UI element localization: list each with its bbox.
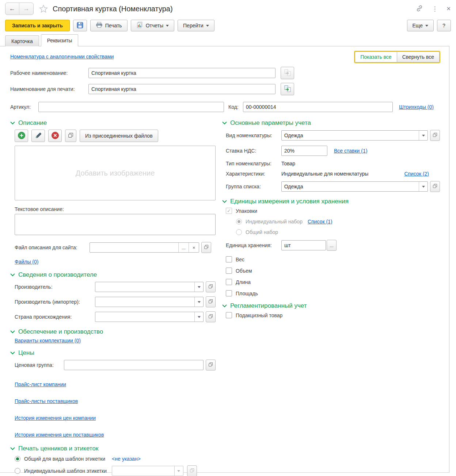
label-template-not-set-link[interactable]: <не указан> <box>112 456 141 462</box>
dropdown-arrow-icon[interactable] <box>419 131 428 140</box>
copy-image-button[interactable] <box>65 130 76 142</box>
section-units[interactable]: Единицы измерения и условия хранения <box>222 198 440 205</box>
section-regulated[interactable]: Регламентированный учет <box>222 302 440 310</box>
kind-open-button[interactable] <box>430 130 440 141</box>
close-icon[interactable]: ✕ <box>446 5 451 12</box>
show-all-button[interactable]: Показать все <box>355 51 396 62</box>
section-description[interactable]: Описание <box>10 119 216 127</box>
country-open-button[interactable] <box>206 311 216 322</box>
excise-label: Подакцизный товар <box>236 312 282 318</box>
delete-image-button[interactable] <box>48 130 62 142</box>
barcodes-link[interactable]: Штрихкоды (0) <box>399 104 434 110</box>
working-name-input[interactable] <box>88 68 276 78</box>
dropdown-arrow-icon[interactable] <box>194 312 203 322</box>
list-group-open-button[interactable] <box>430 181 440 192</box>
similar-nomenclature-link[interactable]: Номенклатура с аналогичными свойствами <box>10 54 114 60</box>
dropdown-arrow-icon[interactable] <box>194 297 203 307</box>
site-file-input[interactable] <box>90 243 178 252</box>
label-template-open-button[interactable] <box>187 465 197 476</box>
volume-checkbox[interactable] <box>226 268 232 274</box>
article-input[interactable] <box>38 102 224 112</box>
print-button[interactable]: Печать <box>90 20 128 31</box>
code-input[interactable] <box>243 102 393 112</box>
favorite-star-icon[interactable] <box>39 4 48 14</box>
files-link[interactable]: Файлы (0) <box>15 259 38 265</box>
kind-combobox[interactable]: Одежда <box>282 131 419 140</box>
supplier-pricelists-link[interactable]: Прайс-листы поставщиков <box>15 398 78 404</box>
dropdown-arrow-icon[interactable] <box>419 182 428 191</box>
importer-label: Производитель (импортер): <box>15 299 95 305</box>
save-and-close-button[interactable]: Записать и закрыть <box>5 20 70 31</box>
save-button[interactable] <box>73 20 87 31</box>
copy-icon <box>68 133 73 139</box>
print-name-input[interactable] <box>88 84 276 94</box>
goto-button[interactable]: Перейти <box>178 20 214 31</box>
section-manufacturer[interactable]: Сведения о производителе <box>10 271 216 279</box>
packages-label: Упаковки <box>236 208 257 214</box>
section-prices[interactable]: Цены <box>10 349 216 357</box>
vat-input[interactable] <box>281 146 327 156</box>
site-file-browse-button[interactable]: ... <box>178 243 189 252</box>
site-file-clear-button[interactable]: × <box>189 243 199 252</box>
label-template-individual-input[interactable] <box>112 466 174 476</box>
individual-set-radio[interactable] <box>236 219 242 224</box>
vat-label: Ставка НДС: <box>226 148 281 154</box>
company-price-history-link[interactable]: История изменения цен компании <box>15 415 96 421</box>
area-checkbox[interactable] <box>226 290 232 296</box>
storage-unit-input[interactable] <box>281 240 326 250</box>
collapse-all-button[interactable]: Свернуть все <box>397 51 440 62</box>
more-button[interactable]: Еще <box>407 20 434 31</box>
from-attached-files-button[interactable]: Из присоединенных файлов <box>80 130 158 142</box>
page-title: Спортивная куртка (Номенклатура) <box>53 5 173 13</box>
code-label: Код: <box>228 104 243 110</box>
storage-unit-browse-button[interactable]: ... <box>327 240 337 251</box>
article-label: Артикул: <box>10 104 38 110</box>
label-template-individual-radio[interactable] <box>15 468 20 474</box>
text-description-textarea[interactable] <box>15 214 216 235</box>
all-vat-rates-link[interactable]: Все ставки (1) <box>334 148 367 154</box>
tab-requisites[interactable]: Реквизиты <box>41 34 79 46</box>
get-link-icon[interactable] <box>415 4 423 14</box>
image-dropzone[interactable]: Добавить изображение <box>15 146 216 200</box>
company-pricelist-link[interactable]: Прайс-лист компании <box>15 381 66 387</box>
label-template-common-radio[interactable] <box>15 456 20 462</box>
tab-card[interactable]: Карточка <box>5 35 39 46</box>
copy-name-down-button[interactable] <box>281 67 294 79</box>
price-group-open-button[interactable] <box>206 360 216 371</box>
site-file-open-button[interactable] <box>201 242 211 253</box>
producer-input[interactable] <box>95 282 194 292</box>
section-labels-printing[interactable]: Печать ценников и этикеток <box>10 445 216 452</box>
common-set-radio[interactable] <box>236 229 242 235</box>
list-group-combobox[interactable]: Одежда <box>282 182 419 191</box>
dropdown-arrow-icon[interactable] <box>194 282 203 292</box>
producer-open-button[interactable] <box>206 281 216 292</box>
back-button[interactable]: ← <box>5 3 19 15</box>
length-label: Длина <box>236 279 251 285</box>
working-name-label: Рабочее наименование: <box>10 70 88 76</box>
individual-set-list-link[interactable]: Список (1) <box>308 219 332 224</box>
packages-checkbox[interactable] <box>226 208 232 214</box>
price-group-input[interactable] <box>64 360 204 370</box>
copy-name-up-button[interactable] <box>281 83 294 95</box>
window-menu-icon[interactable]: ⋮ <box>432 5 438 13</box>
length-checkbox[interactable] <box>226 279 232 285</box>
supplier-price-history-link[interactable]: История изменения цен поставщиков <box>15 432 104 438</box>
weight-checkbox[interactable] <box>226 256 232 262</box>
open-icon <box>433 133 437 138</box>
kit-variants-link[interactable]: Варианты комплектации (0) <box>15 338 81 343</box>
country-input[interactable] <box>95 312 194 322</box>
reports-button[interactable]: Отчеты <box>131 20 174 31</box>
kind-label: Вид номенклатуры: <box>226 133 281 138</box>
importer-open-button[interactable] <box>206 296 216 307</box>
pencil-icon <box>35 132 42 140</box>
section-main-params[interactable]: Основные параметры учета <box>222 119 440 127</box>
section-supply[interactable]: Обеспечение и производство <box>10 328 216 335</box>
excise-checkbox[interactable] <box>226 312 232 318</box>
add-image-button[interactable] <box>15 130 28 142</box>
help-button[interactable]: ? <box>437 20 451 31</box>
dropdown-arrow-icon[interactable] <box>174 466 183 476</box>
importer-input[interactable] <box>95 297 194 307</box>
edit-image-button[interactable] <box>31 130 45 142</box>
characteristics-list-link[interactable]: Список (2) <box>404 171 429 177</box>
forward-button[interactable]: → <box>19 3 33 15</box>
